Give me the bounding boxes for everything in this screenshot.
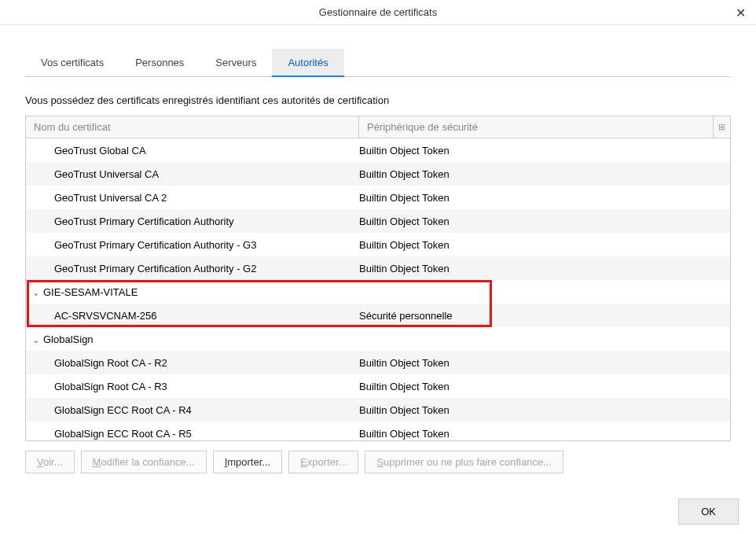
cell-security-device: Builtin Object Token: [359, 357, 730, 369]
cell-security-device: Builtin Object Token: [359, 404, 730, 416]
cell-certificate-name: GlobalSign Root CA - R2: [26, 357, 359, 369]
import-button[interactable]: Importer...: [213, 451, 283, 473]
cell-certificate-name: ⌄GlobalSign: [26, 333, 359, 345]
cell-certificate-name: GlobalSign ECC Root CA - R4: [26, 404, 359, 416]
cell-security-device: Builtin Object Token: [359, 239, 730, 251]
tab-your-certificates[interactable]: Vos certificats: [25, 49, 119, 76]
table-body[interactable]: GeoTrust Global CABuiltin Object TokenGe…: [26, 138, 730, 440]
table-row[interactable]: GeoTrust Primary Certification Authority…: [26, 256, 730, 280]
window-header: Gestionnaire de certificats ✕: [0, 0, 756, 25]
content-area: Vos certificats Personnes Serveurs Autor…: [0, 25, 756, 473]
cell-security-device: Builtin Object Token: [359, 168, 730, 180]
window-title: Gestionnaire de certificats: [319, 6, 437, 18]
cell-security-device: Builtin Object Token: [359, 145, 730, 157]
cell-certificate-name: ⌄GIE-SESAM-VITALE: [26, 286, 359, 298]
cell-certificate-name: GeoTrust Primary Certification Authority: [26, 215, 359, 227]
cell-security-device: Builtin Object Token: [359, 192, 730, 204]
view-button[interactable]: Voir...: [25, 451, 75, 473]
tab-bar: Vos certificats Personnes Serveurs Autor…: [25, 49, 731, 77]
footer: OK: [678, 499, 739, 525]
ok-button[interactable]: OK: [678, 499, 739, 525]
cell-certificate-name: GeoTrust Primary Certification Authority…: [26, 239, 359, 251]
delete-distrust-button[interactable]: Supprimer ou ne plus faire confiance...: [365, 451, 563, 473]
column-picker-icon[interactable]: ⊞: [713, 116, 730, 138]
table-row[interactable]: GeoTrust Primary Certification Authority…: [26, 209, 730, 233]
cell-certificate-name: AC-SRVSVCNAM-256: [26, 310, 359, 322]
chevron-down-icon[interactable]: ⌄: [32, 335, 42, 345]
table-header: Nom du certificat Périphérique de sécuri…: [26, 116, 730, 138]
certificate-table: Nom du certificat Périphérique de sécuri…: [25, 116, 731, 441]
cell-certificate-name: GeoTrust Primary Certification Authority…: [26, 263, 359, 274]
cell-certificate-name: GeoTrust Global CA: [26, 145, 359, 157]
table-row[interactable]: ⌄GlobalSign: [26, 327, 730, 351]
cell-certificate-name: GlobalSign ECC Root CA - R5: [26, 428, 359, 440]
table-row[interactable]: AC-SRVSVCNAM-256Sécurité personnelle: [26, 304, 730, 327]
export-button[interactable]: Exporter...: [288, 451, 358, 473]
table-row[interactable]: GlobalSign Root CA - R3Builtin Object To…: [26, 374, 730, 398]
tab-authorities[interactable]: Autorités: [272, 49, 343, 76]
close-button[interactable]: ✕: [731, 3, 750, 22]
chevron-down-icon[interactable]: ⌄: [32, 288, 42, 298]
table-row[interactable]: GeoTrust Global CABuiltin Object Token: [26, 138, 730, 162]
cell-security-device: Builtin Object Token: [359, 263, 730, 274]
action-buttons: Voir... Modifier la confiance... Importe…: [25, 451, 731, 473]
cell-certificate-name: GlobalSign Root CA - R3: [26, 381, 359, 392]
cell-security-device: Sécurité personnelle: [359, 310, 730, 322]
table-row[interactable]: GlobalSign ECC Root CA - R5Builtin Objec…: [26, 422, 730, 440]
table-row[interactable]: GeoTrust Primary Certification Authority…: [26, 233, 730, 256]
modify-trust-button[interactable]: Modifier la confiance...: [81, 451, 207, 473]
cell-certificate-name: GeoTrust Universal CA: [26, 168, 359, 180]
cell-security-device: Builtin Object Token: [359, 428, 730, 440]
table-row[interactable]: GeoTrust Universal CA 2Builtin Object To…: [26, 186, 730, 209]
tab-servers[interactable]: Serveurs: [200, 49, 272, 76]
column-header-device[interactable]: Périphérique de sécurité: [359, 116, 713, 138]
cell-certificate-name: GeoTrust Universal CA 2: [26, 192, 359, 204]
column-header-name[interactable]: Nom du certificat: [26, 116, 359, 138]
table-row[interactable]: GeoTrust Universal CABuiltin Object Toke…: [26, 162, 730, 186]
tab-people[interactable]: Personnes: [119, 49, 200, 76]
table-row[interactable]: GlobalSign ECC Root CA - R4Builtin Objec…: [26, 398, 730, 422]
cell-security-device: Builtin Object Token: [359, 215, 730, 227]
cell-security-device: Builtin Object Token: [359, 381, 730, 392]
description-text: Vous possédez des certificats enregistré…: [25, 77, 731, 116]
table-row[interactable]: GlobalSign Root CA - R2Builtin Object To…: [26, 351, 730, 374]
table-row[interactable]: ⌄GIE-SESAM-VITALE: [26, 280, 730, 304]
